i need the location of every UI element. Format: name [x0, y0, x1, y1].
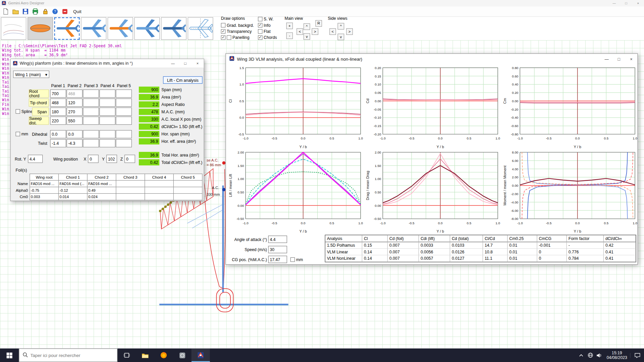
close-button[interactable]: ×	[632, 0, 644, 7]
vlm-close-button[interactable]: ×	[625, 54, 638, 64]
exit-icon[interactable]	[61, 8, 68, 15]
wing-pos-z-input[interactable]	[124, 155, 135, 163]
tip-chord-panel-3-input[interactable]	[83, 99, 99, 107]
foils-alpha0-cell-6[interactable]	[174, 187, 203, 194]
start-button[interactable]	[0, 349, 19, 362]
file-explorer-button[interactable]	[136, 349, 154, 362]
side-views-down-button[interactable]: v	[338, 34, 344, 40]
taskbar-clock[interactable]: 15:19 04/08/2023	[604, 350, 630, 360]
side-views-up-button[interactable]: ^	[338, 23, 344, 30]
speed-input[interactable]	[268, 246, 287, 253]
planform-maximize-button[interactable]: □	[179, 59, 192, 68]
twist-panel-2-input[interactable]	[66, 139, 83, 147]
tip-chord-panel-5-input[interactable]	[116, 99, 132, 107]
span-panel-4-input[interactable]	[99, 108, 115, 116]
dihedral-panel-3-input[interactable]	[83, 130, 99, 138]
side-views-right-button[interactable]: >	[346, 28, 353, 35]
dihedral-panel-5-input[interactable]	[116, 130, 132, 138]
spline-checkbox[interactable]	[16, 109, 20, 114]
export-icon[interactable]	[32, 8, 39, 15]
dihedral-panel-1-input[interactable]	[50, 130, 66, 138]
network-icon[interactable]	[586, 353, 595, 358]
option-panelling-checkbox[interactable]: ✓	[221, 35, 225, 40]
foils-name-cell-6[interactable]	[174, 181, 203, 187]
option-transparency-checkbox[interactable]: ✓	[221, 29, 225, 34]
help-icon[interactable]: ?	[51, 8, 58, 15]
vlm-maximize-button[interactable]: □	[613, 54, 625, 64]
thumbnail-plan-view-selected[interactable]	[54, 17, 80, 40]
sweep-dist-panel-3-input[interactable]	[83, 117, 99, 125]
planform-close-button[interactable]: ×	[192, 59, 204, 68]
option-flat-checkbox[interactable]	[258, 29, 262, 34]
root-chord-panel-5-input[interactable]	[116, 89, 132, 98]
angle-of-attack-input[interactable]	[268, 236, 287, 243]
root-chord-panel-4-input[interactable]	[99, 89, 115, 98]
tip-chord-panel-2-input[interactable]	[66, 99, 83, 107]
mm-checkbox[interactable]	[16, 132, 20, 136]
save-icon[interactable]	[22, 8, 29, 15]
taskbar-search[interactable]	[19, 349, 117, 362]
task-view-button[interactable]	[117, 349, 136, 362]
root-chord-panel-2-input[interactable]	[66, 89, 83, 98]
main-view-down-button[interactable]: v	[304, 33, 310, 40]
foils-alpha0-cell-4[interactable]	[116, 187, 145, 194]
foils-cm0-cell-3[interactable]: 0.024	[88, 194, 116, 200]
foils-alpha0-cell-2[interactable]: -0.12	[59, 187, 88, 194]
option-grad-backgrd-checkbox[interactable]	[221, 23, 225, 27]
span-panel-3-input[interactable]	[83, 108, 99, 116]
maximize-button[interactable]: □	[620, 0, 632, 7]
foils-cm0-cell-1[interactable]: 0.003	[30, 194, 59, 200]
search-input[interactable]	[31, 353, 107, 358]
option-s-w-checkbox[interactable]	[258, 17, 262, 21]
thumbnail-plan-view-5[interactable]	[161, 17, 186, 40]
option-info-checkbox[interactable]: ✓	[258, 23, 262, 27]
span-panel-2-input[interactable]	[66, 108, 83, 116]
thumbnail-plan-view-2[interactable]	[81, 17, 106, 40]
main-view-minus-button[interactable]: -	[286, 33, 293, 39]
root-chord-panel-3-input[interactable]	[83, 89, 99, 98]
gemini-app-button[interactable]	[192, 349, 210, 362]
tray-expand-chevron-icon[interactable]	[577, 354, 586, 357]
sweep-dist-panel-2-input[interactable]	[66, 117, 83, 125]
thumbnail-plan-view-3[interactable]	[108, 17, 133, 40]
foils-name-cell-1[interactable]: FAD16 mod ...	[30, 181, 59, 187]
tip-chord-panel-1-input[interactable]	[50, 99, 66, 107]
option-chords-checkbox[interactable]: ✓	[258, 35, 262, 40]
firefox-button[interactable]	[154, 349, 173, 362]
foils-name-cell-3[interactable]: FAD16 mod ...	[88, 181, 116, 187]
thumbnail-sketch-view[interactable]	[1, 17, 26, 40]
span-panel-1-input[interactable]	[50, 108, 66, 116]
side-views-left-button[interactable]: <	[329, 28, 336, 35]
cg-mm-checkbox[interactable]	[290, 257, 295, 261]
thumbnail-fuselage-top-view[interactable]	[28, 17, 53, 40]
span-panel-5-input[interactable]	[116, 108, 132, 116]
foils-alpha0-cell-3[interactable]: 0.49	[88, 187, 116, 194]
sweep-dist-panel-4-input[interactable]	[99, 117, 115, 125]
foils-name-cell-4[interactable]	[116, 181, 145, 187]
foils-cm0-cell-2[interactable]: 0.014	[59, 194, 88, 200]
foils-alpha0-cell-1[interactable]: -0.75	[30, 187, 59, 194]
foils-alpha0-cell-5[interactable]	[145, 187, 174, 194]
foils-name-cell-5[interactable]	[145, 181, 174, 187]
wing-pos-y-input[interactable]	[106, 155, 117, 163]
planform-minimize-button[interactable]: —	[167, 59, 179, 68]
root-chord-panel-1-input[interactable]	[50, 89, 66, 98]
quit-menu-item[interactable]: Quit	[73, 9, 82, 14]
foils-cm0-cell-5[interactable]	[145, 194, 174, 200]
dihedral-panel-2-input[interactable]	[66, 130, 83, 138]
wing-select-dropdown[interactable]: Wing 1 (main) ▾	[13, 71, 49, 78]
thumbnail-outline-view[interactable]	[188, 17, 213, 40]
option-panelling-checkbox-2[interactable]	[227, 35, 231, 40]
new-file-icon[interactable]	[2, 8, 9, 15]
volume-icon[interactable]	[595, 353, 604, 358]
cg-pos-input[interactable]	[268, 256, 287, 263]
vlm-minimize-button[interactable]: —	[600, 54, 613, 64]
thumbnail-plan-view-4[interactable]	[134, 17, 160, 40]
twist-panel-1-input[interactable]	[50, 139, 66, 147]
foils-cm0-cell-6[interactable]	[174, 194, 203, 200]
foils-name-cell-2[interactable]: FAD16 mod (...	[59, 181, 88, 187]
main-view-rotate-button[interactable]: R	[315, 20, 322, 27]
twist-panel-5-input[interactable]	[116, 139, 132, 147]
lift-cm-analysis-button[interactable]: Lift - Cm analysis	[163, 76, 203, 84]
foils-cm0-cell-4[interactable]	[116, 194, 145, 200]
